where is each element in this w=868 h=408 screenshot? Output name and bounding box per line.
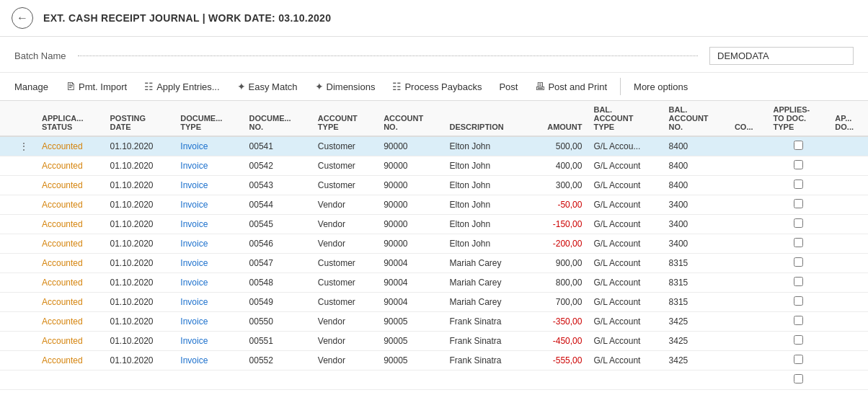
row-doc-type: Invoice xyxy=(174,195,243,215)
table-row[interactable]: Accounted 01.10.2020 Invoice 00550 Vendo… xyxy=(0,312,868,332)
row-bal-acct-no: 8315 xyxy=(663,254,729,273)
empty-cell xyxy=(663,371,729,390)
applies-to-checkbox[interactable] xyxy=(794,199,803,208)
col-header-spacer xyxy=(0,101,12,136)
row-dots[interactable] xyxy=(12,176,36,195)
row-dots[interactable] xyxy=(12,351,36,371)
batch-value[interactable]: DEMODATA xyxy=(709,47,854,65)
easy-match-button[interactable]: ✦ Easy Match xyxy=(230,77,305,96)
applies-to-checkbox[interactable] xyxy=(794,179,803,189)
row-co xyxy=(729,215,768,234)
applies-to-checkbox[interactable] xyxy=(794,238,803,247)
row-dots[interactable] xyxy=(12,254,36,273)
row-acct-type: Vendor xyxy=(312,234,378,254)
more-options-button[interactable]: More options xyxy=(626,78,695,96)
empty-checkbox[interactable] xyxy=(794,374,803,383)
col-header-spacer2 xyxy=(12,101,36,136)
table-header-row: APPLICA...STATUS POSTINGDATE DOCUME...TY… xyxy=(0,101,868,136)
col-header-applies-to[interactable]: APPLIES-TO DOC.TYPE xyxy=(768,101,830,136)
applies-to-checkbox[interactable] xyxy=(794,141,803,150)
col-header-doc-no[interactable]: DOCUME...NO. xyxy=(244,101,312,136)
row-doc-no: 00545 xyxy=(244,215,312,234)
post-and-print-button[interactable]: 🖶 Post and Print xyxy=(528,77,614,96)
col-header-ap-do[interactable]: AP...DO... xyxy=(829,101,868,136)
row-bal-acct-no: 8315 xyxy=(663,293,729,312)
table-row[interactable]: Accounted 01.10.2020 Invoice 00547 Custo… xyxy=(0,254,868,273)
applies-to-checkbox[interactable] xyxy=(794,335,803,345)
batch-dots xyxy=(78,56,698,56)
row-description: Frank Sinatra xyxy=(444,312,528,332)
pmt-import-button[interactable]: 🖹 Pmt. Import xyxy=(58,77,134,96)
row-dots[interactable] xyxy=(12,273,36,293)
row-bal-acct-no: 3400 xyxy=(663,195,729,215)
row-acct-no: 90000 xyxy=(378,176,443,195)
post-button[interactable]: Post xyxy=(492,78,525,96)
table-row[interactable]: ⋮ Accounted 01.10.2020 Invoice 00541 Cus… xyxy=(0,136,868,156)
col-header-description[interactable]: DESCRIPTION xyxy=(444,101,528,136)
table-row[interactable]: Accounted 01.10.2020 Invoice 00542 Custo… xyxy=(0,156,868,176)
table-row[interactable]: Accounted 01.10.2020 Invoice 00551 Vendo… xyxy=(0,332,868,351)
row-doc-no: 00551 xyxy=(244,332,312,351)
apply-entries-button[interactable]: ☷ Apply Entries... xyxy=(137,77,226,96)
applies-to-checkbox[interactable] xyxy=(794,316,803,325)
row-doc-no: 00544 xyxy=(244,195,312,215)
back-button[interactable]: ← xyxy=(12,7,33,29)
col-header-amount[interactable]: AMOUNT xyxy=(528,101,588,136)
row-applies-to xyxy=(768,254,830,273)
table-row[interactable]: Accounted 01.10.2020 Invoice 00549 Custo… xyxy=(0,293,868,312)
empty-cell xyxy=(174,371,243,390)
row-menu-icon[interactable]: ⋮ xyxy=(17,141,30,152)
manage-button[interactable]: Manage xyxy=(7,78,56,96)
table-row[interactable]: Accounted 01.10.2020 Invoice 00544 Vendo… xyxy=(0,195,868,215)
row-acct-type: Customer xyxy=(312,176,378,195)
table-row[interactable]: Accounted 01.10.2020 Invoice 00548 Custo… xyxy=(0,273,868,293)
col-header-bal-acct-no[interactable]: BAL.ACCOUNTNO. xyxy=(663,101,729,136)
row-dots[interactable] xyxy=(12,234,36,254)
row-doc-type: Invoice xyxy=(174,176,243,195)
col-header-co[interactable]: CO... xyxy=(729,101,768,136)
row-amount: -350,00 xyxy=(528,312,588,332)
col-header-posting-date[interactable]: POSTINGDATE xyxy=(104,101,174,136)
table-row[interactable]: Accounted 01.10.2020 Invoice 00552 Vendo… xyxy=(0,351,868,371)
row-acct-no: 90004 xyxy=(378,254,443,273)
row-status: Accounted xyxy=(36,351,104,371)
row-doc-type: Invoice xyxy=(174,215,243,234)
col-header-bal-acct-type[interactable]: BAL.ACCOUNTTYPE xyxy=(588,101,663,136)
applies-to-checkbox[interactable] xyxy=(794,160,803,169)
process-paybacks-button[interactable]: ☷ Process Paybacks xyxy=(385,77,489,96)
process-paybacks-label: Process Paybacks xyxy=(404,81,482,92)
table-container: APPLICA...STATUS POSTINGDATE DOCUME...TY… xyxy=(0,101,868,390)
dimensions-button[interactable]: ✦ Dimensions xyxy=(308,77,383,96)
table-row[interactable]: Accounted 01.10.2020 Invoice 00546 Vendo… xyxy=(0,234,868,254)
row-doc-type: Invoice xyxy=(174,273,243,293)
row-amount: 800,00 xyxy=(528,273,588,293)
row-bal-acct-type: G/L Account xyxy=(588,312,663,332)
row-dots[interactable]: ⋮ xyxy=(12,136,36,156)
row-doc-type: Invoice xyxy=(174,254,243,273)
applies-to-checkbox[interactable] xyxy=(794,355,803,364)
row-dots[interactable] xyxy=(12,312,36,332)
col-header-acct-no[interactable]: ACCOUNTNO. xyxy=(378,101,443,136)
row-co xyxy=(729,234,768,254)
applies-to-checkbox[interactable] xyxy=(794,218,803,228)
row-acct-no: 90005 xyxy=(378,351,443,371)
row-dots[interactable] xyxy=(12,195,36,215)
applies-to-checkbox[interactable] xyxy=(794,277,803,286)
applies-to-checkbox[interactable] xyxy=(794,257,803,267)
row-bal-acct-type: G/L Account xyxy=(588,176,663,195)
applies-to-checkbox[interactable] xyxy=(794,296,803,306)
table-row[interactable]: Accounted 01.10.2020 Invoice 00545 Vendo… xyxy=(0,215,868,234)
row-dots[interactable] xyxy=(12,215,36,234)
row-spacer xyxy=(0,332,12,351)
pmt-import-icon: 🖹 xyxy=(66,81,76,92)
row-status: Accounted xyxy=(36,273,104,293)
row-description: Frank Sinatra xyxy=(444,332,528,351)
row-dots[interactable] xyxy=(12,332,36,351)
row-dots[interactable] xyxy=(12,293,36,312)
row-dots[interactable] xyxy=(12,156,36,176)
row-bal-acct-no: 8400 xyxy=(663,136,729,156)
col-header-status[interactable]: APPLICA...STATUS xyxy=(36,101,104,136)
col-header-acct-type[interactable]: ACCOUNTTYPE xyxy=(312,101,378,136)
table-row[interactable]: Accounted 01.10.2020 Invoice 00543 Custo… xyxy=(0,176,868,195)
col-header-doc-type[interactable]: DOCUME...TYPE xyxy=(174,101,243,136)
